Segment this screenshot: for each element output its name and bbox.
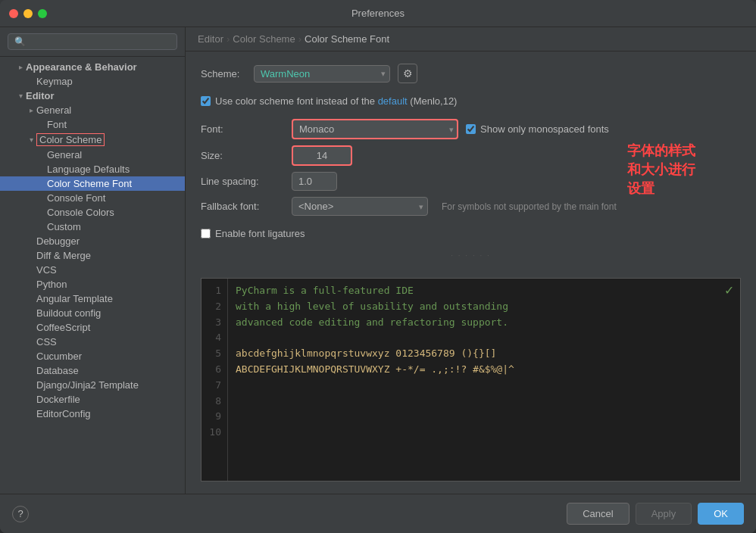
sidebar-label: CSS xyxy=(36,336,57,348)
gear-button[interactable]: ⚙ xyxy=(398,64,417,83)
traffic-lights xyxy=(9,9,47,18)
sidebar-item-database[interactable]: Database xyxy=(0,363,185,378)
font-select[interactable]: Monaco xyxy=(292,119,458,139)
arrow-icon xyxy=(15,62,26,73)
sidebar-item-console-font[interactable]: Console Font xyxy=(0,191,185,205)
default-link[interactable]: default xyxy=(378,95,408,107)
sidebar-item-cucumber[interactable]: Cucumber xyxy=(0,349,185,363)
fallback-controls: <None> For symbols not supported by the … xyxy=(292,197,741,216)
help-button[interactable]: ? xyxy=(12,506,29,522)
sidebar-item-font[interactable]: Font xyxy=(0,117,185,132)
search-bar[interactable] xyxy=(0,27,185,57)
sidebar-item-angular[interactable]: Angular Template xyxy=(0,291,185,306)
size-input[interactable] xyxy=(292,145,352,166)
breadcrumb-current: Color Scheme Font xyxy=(305,33,389,45)
monospaced-checkbox[interactable] xyxy=(466,124,476,134)
search-input[interactable] xyxy=(8,33,177,50)
use-font-row: Use color scheme font instead of the def… xyxy=(201,95,741,107)
sidebar-label: Color Scheme xyxy=(36,133,105,146)
button-group: Cancel Apply OK xyxy=(567,503,744,525)
sidebar-label: Cucumber xyxy=(36,351,82,362)
line-num: 4 xyxy=(208,330,221,346)
font-select-wrapper[interactable]: Monaco xyxy=(292,119,458,139)
fallback-select[interactable]: <None> xyxy=(292,197,428,216)
sidebar-label: VCS xyxy=(36,264,57,276)
monospaced-row: Show only monospaced fonts xyxy=(466,123,609,135)
fallback-select-wrapper[interactable]: <None> xyxy=(292,197,428,216)
sidebar-label: General xyxy=(36,104,71,116)
sidebar-item-general[interactable]: General xyxy=(0,103,185,117)
size-input-wrapper[interactable] xyxy=(292,145,352,166)
line-num: 8 xyxy=(208,394,221,410)
sidebar-item-cs-font[interactable]: Color Scheme Font xyxy=(0,176,185,191)
arrow-icon xyxy=(26,135,36,145)
sidebar-item-cs-general[interactable]: General xyxy=(0,148,185,162)
code-line: PyCharm is a full-featured IDE xyxy=(236,283,733,299)
breadcrumb-editor: Editor xyxy=(198,33,223,45)
line-spacing-label: Line spacing: xyxy=(201,172,284,191)
sidebar-item-django[interactable]: Django/Jinja2 Template xyxy=(0,378,185,392)
minimize-button[interactable] xyxy=(23,9,33,18)
sidebar-label: Angular Template xyxy=(36,293,113,304)
sidebar-item-debugger[interactable]: Debugger xyxy=(0,234,185,248)
maximize-button[interactable] xyxy=(38,9,47,18)
line-num: 10 xyxy=(208,425,221,441)
font-size-grid: Font: Monaco Show only monospaced fonts xyxy=(201,119,741,216)
sidebar-item-console-colors[interactable]: Console Colors xyxy=(0,205,185,220)
preview-area: 1 2 3 4 5 6 7 8 9 10 PyCharm is a full-f… xyxy=(201,278,741,482)
sidebar-item-buildout[interactable]: Buildout config xyxy=(0,306,185,320)
code-line: abcdefghijklmnopqrstuvwxyz 0123456789 ()… xyxy=(236,346,733,362)
sidebar-item-dockerfile[interactable]: Dockerfile xyxy=(0,392,185,407)
monospaced-label[interactable]: Show only monospaced fonts xyxy=(480,123,609,135)
use-font-label[interactable]: Use color scheme font instead of the def… xyxy=(215,95,457,107)
sidebar-item-editor[interactable]: Editor xyxy=(0,89,185,103)
scheme-select-wrapper[interactable]: WarmNeon xyxy=(254,65,390,83)
panel-content: Scheme: WarmNeon ⚙ Use color scheme font… xyxy=(186,51,756,278)
close-button[interactable] xyxy=(9,9,18,18)
arrow-icon xyxy=(15,91,26,101)
code-line xyxy=(236,394,733,410)
use-font-checkbox[interactable] xyxy=(201,96,211,106)
sidebar: Appearance & Behavior Keymap Editor Gene… xyxy=(0,27,186,494)
line-num: 6 xyxy=(208,362,221,378)
apply-button[interactable]: Apply xyxy=(636,503,692,525)
ligature-label[interactable]: Enable font ligatures xyxy=(215,228,305,239)
sidebar-label: Database xyxy=(36,365,79,376)
fallback-label: Fallback font: xyxy=(201,197,284,216)
sidebar-item-coffeescript[interactable]: CoffeeScript xyxy=(0,320,185,335)
scheme-select[interactable]: WarmNeon xyxy=(254,65,390,83)
sidebar-label: Font xyxy=(47,119,67,130)
sidebar-label: CoffeeScript xyxy=(36,322,90,333)
sidebar-item-python[interactable]: Python xyxy=(0,277,185,291)
sidebar-label: Console Font xyxy=(47,192,105,204)
divider-dots: · · · · · · xyxy=(201,251,741,260)
title-bar: Preferences xyxy=(0,0,756,27)
line-num: 5 xyxy=(208,346,221,362)
sidebar-label: Language Defaults xyxy=(47,164,130,175)
sidebar-label: Custom xyxy=(47,221,81,232)
ligature-checkbox[interactable] xyxy=(201,229,211,238)
preferences-window: Preferences Appearance & Behavior Keymap xyxy=(0,0,756,533)
line-spacing-input[interactable] xyxy=(292,172,337,191)
breadcrumb-sep: › xyxy=(226,33,230,45)
ligature-row: Enable font ligatures xyxy=(201,228,741,239)
window-title: Preferences xyxy=(351,8,405,19)
sidebar-item-diff[interactable]: Diff & Merge xyxy=(0,248,185,263)
breadcrumb: Editor › Color Scheme › Color Scheme Fon… xyxy=(186,27,756,51)
sidebar-item-vcs[interactable]: VCS xyxy=(0,263,185,277)
code-line: advanced code editing and refactoring su… xyxy=(236,315,733,331)
sidebar-item-custom[interactable]: Custom xyxy=(0,220,185,234)
sidebar-item-colorscheme[interactable]: Color Scheme xyxy=(0,132,185,148)
ok-button[interactable]: OK xyxy=(698,503,744,525)
sidebar-label: Color Scheme Font xyxy=(47,178,132,189)
sidebar-item-editorconfig[interactable]: EditorConfig xyxy=(0,407,185,421)
sidebar-label: Buildout config xyxy=(36,307,101,319)
sidebar-item-css[interactable]: CSS xyxy=(0,335,185,349)
code-line xyxy=(236,330,733,346)
cancel-button[interactable]: Cancel xyxy=(567,503,629,525)
use-font-text: Use color scheme font instead of the xyxy=(215,95,375,107)
sidebar-label: Debugger xyxy=(36,235,80,247)
sidebar-item-appearance[interactable]: Appearance & Behavior xyxy=(0,60,185,74)
sidebar-item-keymap[interactable]: Keymap xyxy=(0,74,185,89)
sidebar-item-cs-lang[interactable]: Language Defaults xyxy=(0,162,185,176)
